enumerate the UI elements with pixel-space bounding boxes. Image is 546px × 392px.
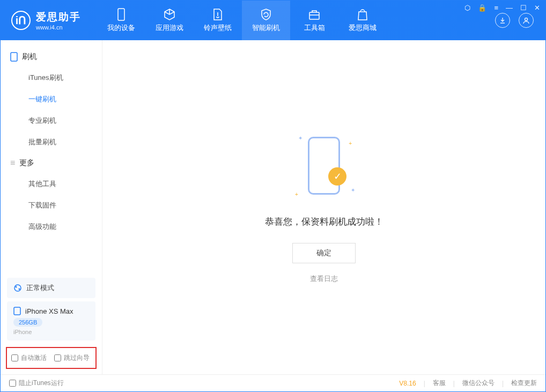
version-label: V8.16 bbox=[399, 380, 416, 387]
toolbox-icon bbox=[308, 8, 321, 21]
sidebar-item-advanced[interactable]: 高级功能 bbox=[1, 216, 102, 238]
sidebar: 刷机 iTunes刷机 一键刷机 专业刷机 批量刷机 ≡ 更多 其他工具 下载固… bbox=[1, 40, 102, 374]
sidebar-item-other-tools[interactable]: 其他工具 bbox=[1, 173, 102, 195]
menu-icon[interactable]: ≡ bbox=[494, 4, 498, 12]
success-message: 恭喜您，保资料刷机成功啦！ bbox=[265, 216, 383, 228]
sidebar-item-itunes-flash[interactable]: iTunes刷机 bbox=[1, 67, 102, 88]
svg-rect-1 bbox=[309, 12, 319, 19]
section-title-label: 刷机 bbox=[22, 52, 37, 62]
check-badge-icon: ✓ bbox=[328, 167, 346, 186]
main-content: ✦ + + ✦ ✓ 恭喜您，保资料刷机成功啦！ 确定 查看日志 bbox=[102, 40, 545, 374]
device-mode-card[interactable]: 正常模式 bbox=[7, 278, 95, 298]
app-title: 爱思助手 bbox=[36, 10, 81, 24]
phone-icon bbox=[308, 137, 340, 195]
checkbox-label: 跳过向导 bbox=[64, 353, 90, 363]
sparkle-icon: + bbox=[295, 191, 298, 197]
success-illustration: ✦ + + ✦ ✓ bbox=[292, 131, 356, 201]
music-file-icon bbox=[211, 8, 224, 21]
logo-icon: iꓵ bbox=[11, 11, 31, 30]
sidebar-item-one-click-flash[interactable]: 一键刷机 bbox=[1, 88, 102, 110]
download-button[interactable] bbox=[495, 13, 510, 28]
device-name: iPhone XS Max bbox=[25, 307, 73, 315]
wechat-link[interactable]: 微信公众号 bbox=[462, 379, 495, 388]
svg-rect-3 bbox=[11, 53, 17, 61]
sparkle-icon: ✦ bbox=[351, 187, 355, 193]
svg-point-4 bbox=[14, 285, 21, 291]
sidebar-section-flash: 刷机 bbox=[1, 47, 102, 67]
maximize-button[interactable]: ☐ bbox=[520, 4, 527, 12]
svg-rect-0 bbox=[118, 9, 124, 20]
ok-button[interactable]: 确定 bbox=[292, 243, 356, 263]
device-type: iPhone bbox=[13, 329, 89, 335]
tab-label: 工具箱 bbox=[304, 23, 325, 33]
checkbox-label: 自动激活 bbox=[21, 353, 47, 363]
section-title-label: 更多 bbox=[19, 158, 34, 168]
view-log-link[interactable]: 查看日志 bbox=[310, 274, 338, 284]
mode-icon bbox=[13, 284, 22, 292]
device-icon bbox=[13, 307, 21, 315]
divider: | bbox=[424, 380, 425, 387]
tab-label: 铃声壁纸 bbox=[204, 23, 232, 33]
sparkle-icon: ✦ bbox=[298, 135, 302, 141]
checkbox-auto-activate[interactable]: 自动激活 bbox=[11, 353, 47, 363]
app-logo: iꓵ 爱思助手 www.i4.cn bbox=[1, 10, 92, 31]
check-update-link[interactable]: 检查更新 bbox=[511, 379, 537, 388]
tab-smart-flash[interactable]: 智能刷机 bbox=[242, 1, 290, 40]
sparkle-icon: + bbox=[349, 140, 352, 146]
mode-label: 正常模式 bbox=[26, 283, 54, 293]
tab-label: 我的设备 bbox=[107, 23, 135, 33]
app-subtitle: www.i4.cn bbox=[36, 24, 81, 31]
minimize-button[interactable]: — bbox=[506, 4, 513, 12]
sidebar-item-download-firmware[interactable]: 下载固件 bbox=[1, 195, 102, 216]
lock-icon[interactable]: 🔒 bbox=[478, 4, 486, 12]
svg-point-2 bbox=[525, 18, 528, 21]
body: 刷机 iTunes刷机 一键刷机 专业刷机 批量刷机 ≡ 更多 其他工具 下载固… bbox=[1, 40, 545, 374]
app-window: ⬡ 🔒 ≡ — ☐ ✕ iꓵ 爱思助手 www.i4.cn 我的设备 应用游戏 bbox=[0, 0, 546, 392]
footer-right: V8.16 | 客服 | 微信公众号 | 检查更新 bbox=[399, 379, 537, 388]
tab-label: 爱思商城 bbox=[349, 23, 377, 33]
checkbox-block-itunes[interactable]: 阻止iTunes运行 bbox=[9, 379, 64, 388]
customer-service-link[interactable]: 客服 bbox=[433, 379, 446, 388]
nav-tabs: 我的设备 应用游戏 铃声壁纸 智能刷机 工具箱 爱思商城 bbox=[97, 1, 387, 40]
footer: 阻止iTunes运行 V8.16 | 客服 | 微信公众号 | 检查更新 bbox=[1, 374, 545, 391]
checkbox-input[interactable] bbox=[54, 354, 61, 361]
tab-toolbox[interactable]: 工具箱 bbox=[290, 1, 338, 40]
device-icon bbox=[10, 52, 18, 62]
phone-icon bbox=[115, 8, 128, 21]
checkbox-label: 阻止iTunes运行 bbox=[19, 379, 64, 388]
checkbox-input[interactable] bbox=[9, 380, 16, 387]
tab-my-device[interactable]: 我的设备 bbox=[97, 1, 145, 40]
tab-ringtone-wallpaper[interactable]: 铃声壁纸 bbox=[194, 1, 242, 40]
shield-refresh-icon bbox=[260, 8, 272, 21]
device-capacity: 256GB bbox=[13, 318, 42, 327]
svg-point-6 bbox=[19, 289, 20, 290]
bag-icon bbox=[356, 8, 369, 21]
cube-icon bbox=[163, 8, 176, 21]
user-button[interactable] bbox=[519, 13, 534, 28]
sidebar-item-batch-flash[interactable]: 批量刷机 bbox=[1, 131, 102, 153]
window-controls: ⬡ 🔒 ≡ — ☐ ✕ bbox=[464, 4, 540, 12]
tab-store[interactable]: 爱思商城 bbox=[338, 1, 387, 40]
header-right-icons bbox=[495, 13, 545, 28]
close-button[interactable]: ✕ bbox=[534, 4, 540, 12]
device-panel: 正常模式 iPhone XS Max 256GB iPhone 自动激活 跳过向… bbox=[1, 275, 102, 374]
checkbox-input[interactable] bbox=[11, 354, 18, 361]
tab-label: 应用游戏 bbox=[156, 23, 183, 33]
divider: | bbox=[502, 380, 504, 387]
divider: | bbox=[453, 380, 455, 387]
sidebar-section-more: ≡ 更多 bbox=[1, 153, 102, 173]
svg-point-5 bbox=[16, 286, 17, 288]
svg-rect-7 bbox=[14, 307, 20, 315]
flash-options-highlighted: 自动激活 跳过向导 bbox=[6, 347, 97, 369]
tab-apps-games[interactable]: 应用游戏 bbox=[145, 1, 194, 40]
checkbox-skip-guide[interactable]: 跳过向导 bbox=[54, 353, 90, 363]
list-icon: ≡ bbox=[10, 158, 15, 168]
titlebar: ⬡ 🔒 ≡ — ☐ ✕ iꓵ 爱思助手 www.i4.cn 我的设备 应用游戏 bbox=[1, 1, 545, 40]
tshirt-icon[interactable]: ⬡ bbox=[464, 4, 470, 12]
sidebar-item-pro-flash[interactable]: 专业刷机 bbox=[1, 110, 102, 131]
device-info-card[interactable]: iPhone XS Max 256GB iPhone bbox=[7, 301, 95, 341]
tab-label: 智能刷机 bbox=[252, 23, 280, 33]
